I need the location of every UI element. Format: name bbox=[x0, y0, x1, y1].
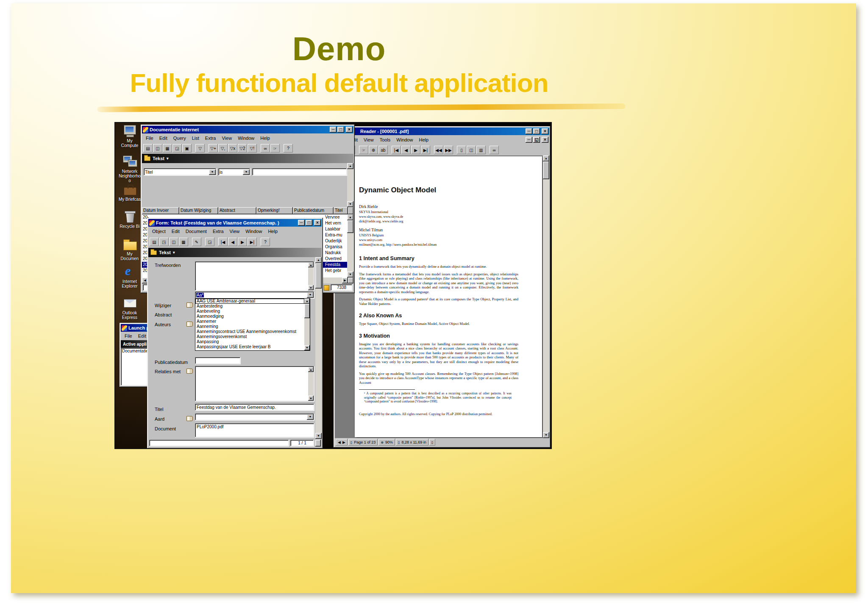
scroll-down-icon[interactable]: ▼ bbox=[315, 433, 322, 439]
menu-item[interactable]: Extra bbox=[202, 134, 219, 142]
menu-item[interactable]: Query bbox=[170, 134, 189, 142]
menu-item[interactable]: Help bbox=[257, 134, 273, 142]
field-scrollbar[interactable]: ▲ ▼ bbox=[308, 367, 314, 401]
scroll-track[interactable] bbox=[308, 267, 314, 285]
filter-clear-icon[interactable]: ▽x bbox=[228, 144, 237, 153]
scroll-up-icon[interactable]: ▲ bbox=[315, 257, 322, 263]
maximize-button[interactable]: □ bbox=[337, 127, 344, 133]
toolbar-separator[interactable] bbox=[431, 146, 434, 154]
scroll-track[interactable] bbox=[347, 220, 353, 272]
scroll-up-icon[interactable]: ▲ bbox=[347, 214, 353, 220]
dropdown-item[interactable]: Aannemingsovereenkomst bbox=[195, 334, 304, 339]
menu-item[interactable]: List bbox=[189, 134, 202, 142]
query-scrollbar[interactable]: ▲ ▼ bbox=[347, 163, 353, 207]
column-header[interactable]: Abstract bbox=[218, 207, 256, 214]
dropdown-item[interactable]: Aannemingscontract USE Aannemingsovereen… bbox=[195, 329, 304, 334]
find-icon[interactable]: ∞ bbox=[490, 146, 499, 154]
menu-item[interactable]: Help bbox=[416, 136, 431, 144]
previous-page-icon[interactable]: ◀ bbox=[401, 146, 411, 154]
desktop-icon-my-computer[interactable]: My Compute bbox=[118, 125, 142, 148]
scroll-up-icon[interactable]: ▲ bbox=[308, 367, 314, 372]
close-button[interactable]: × bbox=[542, 128, 548, 134]
menu-item[interactable]: Extra bbox=[210, 227, 227, 235]
scroll-down-icon[interactable]: ▼ bbox=[308, 285, 314, 290]
scroll-down-icon[interactable]: ▼ bbox=[543, 432, 549, 438]
menu-item[interactable]: Edit bbox=[169, 227, 183, 235]
filter-edit-icon[interactable]: ▽, bbox=[218, 144, 228, 153]
scroll-down-icon[interactable]: ▼ bbox=[347, 272, 353, 277]
previous-record-icon[interactable]: ◀ bbox=[228, 238, 237, 246]
scroll-track[interactable] bbox=[304, 304, 310, 345]
combo-dropdown-icon[interactable]: ▼ bbox=[307, 292, 314, 298]
zoom-icon[interactable]: ⊕ bbox=[369, 146, 378, 154]
column-header[interactable]: Opmerking! bbox=[256, 207, 293, 214]
mdi-close-button[interactable]: × bbox=[542, 137, 548, 143]
toolbar-separator[interactable] bbox=[257, 238, 260, 246]
aard-combobox[interactable]: ▼ bbox=[195, 413, 314, 421]
edit-record-icon[interactable]: ✎ bbox=[192, 238, 201, 246]
form-vertical-scrollbar[interactable]: ▲ ▼ bbox=[315, 257, 322, 439]
scroll-track[interactable] bbox=[308, 372, 314, 396]
card-file-icon[interactable]: ▦ bbox=[179, 238, 188, 246]
print-preview-icon[interactable]: ◲ bbox=[205, 238, 214, 246]
minimize-button[interactable]: ─ bbox=[526, 128, 532, 134]
scroll-up-icon[interactable]: ▲ bbox=[543, 155, 549, 161]
dropdown-item[interactable]: Aanpassing bbox=[195, 339, 304, 344]
menu-item[interactable]: Window bbox=[235, 134, 257, 142]
menu-item[interactable]: Window bbox=[393, 136, 416, 144]
new-record-icon[interactable]: ▤ bbox=[143, 144, 153, 153]
toolbar-separator[interactable] bbox=[257, 144, 260, 153]
status-nav-buttons[interactable]: ◀ ▶ bbox=[336, 439, 348, 446]
maximize-button[interactable]: □ bbox=[533, 128, 540, 134]
relaties-met-textarea[interactable]: ▲ ▼ bbox=[195, 366, 314, 402]
first-page-icon[interactable]: |◀ bbox=[392, 146, 401, 154]
mdi-restore-button[interactable]: ◱ bbox=[533, 137, 540, 143]
titlebar[interactable]: Reader - [000001 .pdf] ─ □ × bbox=[335, 128, 549, 135]
minimize-button[interactable]: ─ bbox=[298, 220, 305, 226]
first-record-icon[interactable]: |◀ bbox=[218, 238, 228, 246]
menu-item[interactable]: Window bbox=[242, 227, 265, 235]
scroll-thumb[interactable] bbox=[315, 263, 322, 288]
column-header[interactable]: Datum Invoer bbox=[142, 207, 179, 214]
scroll-down-icon[interactable]: ▼ bbox=[308, 396, 314, 401]
column-header[interactable]: Titel bbox=[334, 207, 348, 214]
menu-item[interactable]: File bbox=[143, 134, 156, 142]
trefwoorden-textarea[interactable]: ▲ ▼ bbox=[195, 261, 314, 291]
menu-item[interactable]: Edit bbox=[156, 134, 170, 142]
dropdown-item[interactable]: AAG USE Ambtenaar-generaal bbox=[195, 299, 304, 304]
facing-pages-icon[interactable]: ▥ bbox=[476, 146, 486, 154]
print-preview-icon[interactable]: ◲ bbox=[172, 144, 182, 153]
scroll-track[interactable] bbox=[543, 161, 549, 432]
scroll-right-icon[interactable]: ▶ bbox=[342, 277, 348, 283]
document-vertical-scrollbar[interactable]: ▲ ▼ bbox=[543, 155, 549, 438]
copy-form-icon[interactable]: ◳ bbox=[159, 238, 169, 246]
lookup-book-icon[interactable] bbox=[186, 369, 193, 374]
combo-dropdown-icon[interactable]: ▼ bbox=[307, 414, 314, 420]
dropdown-item[interactable]: Aanneming bbox=[195, 324, 304, 329]
column-header[interactable]: Publicatiedatum bbox=[293, 207, 334, 214]
help-icon[interactable]: ? bbox=[261, 238, 270, 246]
section-header[interactable]: Tekst ▾ bbox=[148, 248, 322, 257]
maximize-button[interactable]: □ bbox=[306, 220, 312, 226]
go-back-icon[interactable]: ◀◀ bbox=[434, 146, 443, 154]
toolbar-separator[interactable] bbox=[202, 238, 205, 246]
print-icon[interactable]: ▣ bbox=[182, 144, 192, 153]
dropdown-item[interactable]: Aanmoediging bbox=[195, 314, 304, 319]
lookup-book-icon[interactable] bbox=[186, 322, 193, 327]
scroll-track[interactable] bbox=[315, 263, 322, 433]
menu-item[interactable]: Object bbox=[149, 227, 169, 235]
dropdown-item[interactable]: Aannemer bbox=[195, 319, 304, 324]
toolbar-separator[interactable] bbox=[215, 238, 218, 246]
next-record-icon[interactable]: ▶ bbox=[238, 238, 247, 246]
titlebar[interactable]: Documentatie internet ─ □ × bbox=[142, 126, 353, 133]
continuous-page-icon[interactable]: ◫ bbox=[467, 146, 476, 154]
mdi-minimize-button[interactable]: ─ bbox=[526, 137, 532, 143]
next-page-icon[interactable]: ▶ bbox=[411, 146, 420, 154]
desktop-icon-outlook-express[interactable]: Outlook Express bbox=[118, 297, 142, 320]
grid-vertical-scrollbar[interactable]: ▲ ▼ bbox=[347, 214, 353, 277]
desktop-icon-network-neighborhood[interactable]: Network Neighborhoo bbox=[118, 155, 142, 183]
titel-input[interactable] bbox=[195, 404, 314, 411]
field-scrollbar[interactable]: ▲ ▼ bbox=[308, 262, 314, 290]
toolbar-separator[interactable] bbox=[189, 238, 192, 246]
toolbar-separator[interactable] bbox=[356, 146, 359, 154]
